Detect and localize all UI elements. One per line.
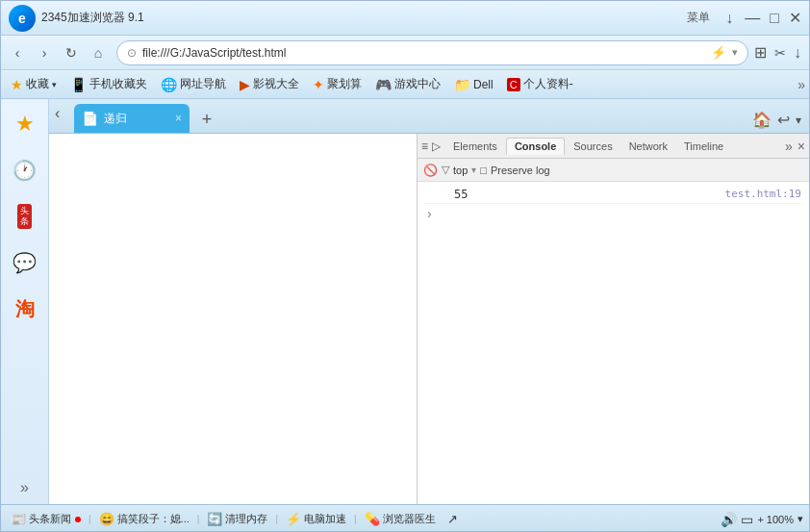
nav-bar: ‹ › ↻ ⌂ ⊙ file:///G:/JavaScript/test.htm… bbox=[1, 36, 809, 70]
tab-bookmark-icon[interactable]: 🏠 bbox=[752, 111, 772, 129]
devtools-tabs-more[interactable]: » bbox=[785, 139, 793, 154]
bookmark-mobile[interactable]: 📱 手机收藏夹 bbox=[64, 74, 153, 94]
tab-close-button[interactable]: × bbox=[175, 112, 182, 125]
tab-icon: 📄 bbox=[82, 111, 98, 126]
devtools-close-button[interactable]: × bbox=[797, 139, 805, 154]
dropdown-icon: ▾ bbox=[52, 80, 57, 89]
status-memory[interactable]: 🔄 清理内存 bbox=[203, 512, 271, 526]
sep3: | bbox=[275, 514, 278, 524]
expand-icon[interactable]: › bbox=[425, 206, 432, 221]
calc-icon: ✦ bbox=[313, 77, 324, 92]
sep1: | bbox=[89, 514, 91, 524]
history-icon: 🕐 bbox=[13, 159, 37, 182]
sidebar: ★ 🕐 头条 💬 淘 » bbox=[1, 99, 49, 504]
tab-back-button[interactable]: ‹ bbox=[49, 105, 65, 122]
browser-logo: e bbox=[9, 5, 36, 32]
folder-icon: 📁 bbox=[454, 77, 470, 92]
bookmark-label: 游戏中心 bbox=[394, 76, 441, 92]
console-source-link[interactable]: test.html:19 bbox=[725, 188, 801, 200]
layout-icon[interactable]: ▭ bbox=[741, 512, 753, 527]
bookmarks-more-button[interactable]: » bbox=[797, 77, 805, 92]
active-tab[interactable]: 📄 递归 × bbox=[74, 104, 190, 133]
minimize-button[interactable]: — bbox=[745, 10, 760, 27]
console-expand-row: › bbox=[425, 204, 801, 223]
filter-top-label[interactable]: top bbox=[453, 165, 468, 176]
bookmark-favorites[interactable]: ★ 收藏 ▾ bbox=[5, 74, 63, 94]
status-speedup[interactable]: ⚡ 电脑加速 bbox=[282, 512, 350, 526]
devtools-toolbar: 🚫 ▽ top ▾ □ Preserve log bbox=[418, 159, 809, 182]
url-text: file:///G:/JavaScript/test.html bbox=[142, 46, 705, 60]
maximize-button[interactable]: □ bbox=[770, 10, 779, 27]
personal-icon: C bbox=[507, 78, 520, 91]
sidebar-item-favorites[interactable]: ★ bbox=[8, 107, 42, 141]
preserve-checkbox[interactable]: □ bbox=[480, 165, 487, 176]
bookmark-label: 手机收藏夹 bbox=[89, 76, 147, 92]
status-toutiao[interactable]: 📰 头条新闻 bbox=[7, 512, 85, 526]
sidebar-item-history[interactable]: 🕐 bbox=[8, 153, 42, 188]
forward-button[interactable]: › bbox=[32, 40, 57, 65]
refresh-button[interactable]: ↻ bbox=[59, 40, 84, 65]
dot-indicator bbox=[75, 517, 81, 522]
bookmark-games[interactable]: 🎮 游戏中心 bbox=[369, 74, 446, 94]
page-viewport: ≡ ▷ Elements Console Sources Network bbox=[49, 134, 809, 504]
games-icon: 🎮 bbox=[375, 77, 392, 92]
devtools-icon1[interactable]: ≡ bbox=[421, 139, 428, 153]
bookmark-personal[interactable]: C 个人资料- bbox=[501, 74, 579, 94]
bookmark-video[interactable]: ▶ 影视大全 bbox=[234, 74, 305, 94]
download-icon[interactable]: ↓ bbox=[725, 10, 733, 27]
sidebar-item-wechat[interactable]: 💬 bbox=[8, 245, 42, 280]
sidebar-item-toutiao[interactable]: 头条 bbox=[8, 199, 42, 234]
devtools-tab-timeline[interactable]: Timeline bbox=[676, 139, 731, 154]
page-content bbox=[49, 134, 417, 504]
devtools-tab-console[interactable]: Console bbox=[506, 138, 565, 155]
grid-icon[interactable]: ⊞ bbox=[754, 43, 767, 62]
scissors-icon[interactable]: ✂ bbox=[774, 45, 786, 61]
status-doctor[interactable]: 💊 浏览器医生 bbox=[361, 512, 440, 526]
status-right: 🔊 ▭ + 100% ▾ bbox=[721, 512, 803, 527]
devtools-tab-elements[interactable]: Elements bbox=[445, 139, 505, 154]
tab-title: 递归 bbox=[104, 111, 169, 127]
devtools-icon2[interactable]: ▷ bbox=[432, 139, 441, 153]
tab-back-icon[interactable]: ↩ bbox=[777, 111, 790, 129]
sidebar-more-button[interactable]: » bbox=[20, 479, 29, 496]
bookmarks-bar: ★ 收藏 ▾ 📱 手机收藏夹 🌐 网址导航 ▶ 影视大全 ✦ 聚划算 🎮 游戏中… bbox=[1, 70, 809, 99]
status-joke[interactable]: 😄 搞笑段子：媳... bbox=[95, 512, 193, 526]
download-icon[interactable]: ↓ bbox=[794, 44, 801, 62]
title-bar: e 2345加速浏览器 9.1 菜单 ↓ — □ ✕ bbox=[1, 1, 809, 36]
filter-dropdown-icon[interactable]: ▾ bbox=[471, 165, 476, 175]
address-actions: ⚡ ▾ bbox=[711, 45, 738, 60]
bookmark-label: 影视大全 bbox=[253, 76, 299, 92]
bookmark-navigate[interactable]: 🌐 网址导航 bbox=[155, 74, 232, 94]
close-button[interactable]: ✕ bbox=[789, 9, 801, 27]
devtools-tabs: ≡ ▷ Elements Console Sources Network bbox=[418, 134, 809, 159]
dropdown-icon[interactable]: ▾ bbox=[732, 46, 738, 59]
status-share[interactable]: ↗ bbox=[443, 512, 462, 526]
star-icon: ★ bbox=[15, 112, 35, 137]
console-clear-button[interactable]: 🚫 bbox=[423, 164, 438, 177]
address-bar[interactable]: ⊙ file:///G:/JavaScript/test.html ⚡ ▾ bbox=[116, 40, 748, 65]
home-button[interactable]: ⌂ bbox=[86, 40, 111, 65]
new-tab-button[interactable]: + bbox=[193, 106, 220, 133]
tab-right-buttons: 🏠 ↩ ▾ bbox=[752, 111, 809, 133]
bookmark-label: 个人资料- bbox=[523, 76, 573, 92]
bookmark-calc[interactable]: ✦ 聚划算 bbox=[307, 74, 367, 94]
menu-label[interactable]: 菜单 bbox=[687, 10, 710, 26]
dropdown-icon[interactable]: ▾ bbox=[796, 114, 801, 127]
taobao-icon: 淘 bbox=[15, 296, 35, 322]
bookmark-dell[interactable]: 📁 Dell bbox=[448, 75, 499, 94]
title-text: 2345加速浏览器 9.1 bbox=[41, 10, 687, 26]
sidebar-item-taobao[interactable]: 淘 bbox=[8, 291, 42, 326]
mobile-icon: 📱 bbox=[70, 77, 87, 92]
console-entry: 55 test.html:19 bbox=[425, 186, 801, 204]
zoom-dropdown-icon[interactable]: ▾ bbox=[797, 513, 803, 525]
back-button[interactable]: ‹ bbox=[5, 40, 30, 65]
lightning-icon[interactable]: ⚡ bbox=[711, 45, 726, 60]
zoom-level[interactable]: + 100% bbox=[757, 514, 794, 525]
sound-icon[interactable]: 🔊 bbox=[721, 512, 737, 527]
devtools-tab-network[interactable]: Network bbox=[621, 139, 675, 154]
doctor-icon: 💊 bbox=[365, 512, 380, 526]
devtools-tab-sources[interactable]: Sources bbox=[566, 139, 620, 154]
lightning-icon: ⚡ bbox=[286, 512, 301, 526]
status-bar: 📰 头条新闻 | 😄 搞笑段子：媳... | 🔄 清理内存 | ⚡ 电脑加速 |… bbox=[1, 504, 809, 532]
preserve-log-label: Preserve log bbox=[491, 165, 550, 176]
